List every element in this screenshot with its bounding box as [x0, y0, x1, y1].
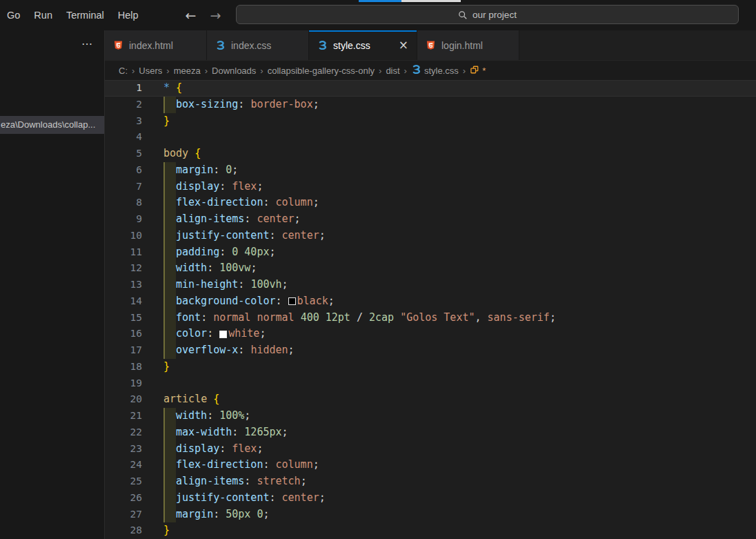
line-number[interactable]: 17 [105, 342, 142, 359]
command-center-search[interactable]: our project [236, 5, 739, 24]
breadcrumb-item[interactable]: dist [386, 66, 399, 76]
code-content: } [163, 359, 170, 375]
line-number[interactable]: 25 [105, 473, 142, 490]
menu-go[interactable]: Go [0, 7, 27, 23]
menu-help[interactable]: Help [111, 7, 146, 23]
navigate-forward-icon[interactable]: → [210, 8, 221, 23]
breadcrumb-item[interactable]: Downloads [212, 66, 256, 76]
code-line[interactable]: 15font: normal normal 400 12pt / 2cap "G… [105, 310, 756, 326]
code-content: body { [163, 146, 201, 162]
token-val: normal normal [213, 310, 294, 326]
token-punct: : [269, 228, 281, 244]
vscode-window: GoRunTerminalHelp ← → our project ⋯ eza\… [0, 0, 756, 539]
code-line[interactable]: 25align-items: stretch; [105, 473, 756, 490]
line-number[interactable]: 14 [105, 293, 142, 310]
code-line[interactable]: 27margin: 50px 0; [105, 507, 756, 523]
code-line[interactable]: 18} [105, 359, 756, 375]
command-center-label: our project [472, 10, 517, 20]
tab-login.html[interactable]: login.html [417, 30, 519, 60]
code-line[interactable]: 12width: 100vw; [105, 260, 756, 277]
line-number[interactable]: 1 [105, 80, 142, 97]
code-line[interactable]: 9align-items: center; [105, 211, 756, 228]
code-line[interactable]: 6margin: 0; [105, 162, 756, 179]
line-number[interactable]: 5 [105, 146, 142, 162]
code-line[interactable]: 19 [105, 375, 756, 392]
line-number[interactable]: 16 [105, 326, 142, 342]
line-number[interactable]: 7 [105, 179, 142, 195]
line-number[interactable]: 18 [105, 359, 142, 375]
line-number[interactable]: 9 [105, 211, 142, 228]
line-number[interactable]: 20 [105, 391, 142, 408]
token-num: 1265px [244, 424, 281, 441]
code-line[interactable]: 22max-width: 1265px; [105, 424, 756, 441]
code-line[interactable]: 2box-sizing: border-box; [105, 97, 756, 113]
breadcrumb-file[interactable]: style.css [411, 64, 459, 77]
code-line[interactable]: 17overflow-x: hidden; [105, 342, 756, 359]
tab-style.css[interactable]: style.css× [309, 30, 417, 60]
code-editor[interactable]: 1* {2box-sizing: border-box;3}45body {6m… [105, 80, 756, 539]
code-content: } [163, 522, 170, 539]
code-line[interactable]: 24flex-direction: column; [105, 457, 756, 473]
code-line[interactable]: 11padding: 0 40px; [105, 244, 756, 261]
breadcrumb-separator-icon: › [379, 66, 381, 76]
line-number[interactable]: 11 [105, 244, 142, 261]
code-content: align-items: center; [163, 211, 301, 228]
code-line[interactable]: 5body { [105, 146, 756, 162]
breadcrumb-symbol[interactable]: * [470, 65, 486, 77]
token-prop: flex-direction [176, 195, 263, 211]
code-line[interactable]: 20article { [105, 391, 756, 408]
menu-terminal[interactable]: Terminal [59, 7, 111, 23]
indent-highlight [163, 179, 176, 195]
code-line[interactable]: 8flex-direction: column; [105, 195, 756, 211]
code-line[interactable]: 14background-color: black; [105, 293, 756, 310]
line-number[interactable]: 15 [105, 310, 142, 326]
code-line[interactable]: 1* { [105, 80, 756, 97]
line-number[interactable]: 26 [105, 490, 142, 507]
token-num: 400 12pt [301, 310, 350, 326]
code-line[interactable]: 13min-height: 100vh; [105, 277, 756, 293]
token-punct: ; [244, 408, 250, 424]
sidebar-item[interactable]: eza\Downloads\collap... [0, 116, 104, 134]
breadcrumb: C:›Users›meeza›Downloads›collapsible-gal… [105, 61, 756, 80]
tab-index.html[interactable]: index.html [105, 30, 207, 60]
code-line[interactable]: 16color: white; [105, 326, 756, 342]
breadcrumb-item[interactable]: meeza [174, 66, 201, 76]
line-number[interactable]: 10 [105, 228, 142, 244]
top-strip-blue [359, 0, 401, 2]
line-number[interactable]: 2 [105, 97, 142, 113]
line-number[interactable]: 8 [105, 195, 142, 211]
code-content: width: 100%; [163, 408, 250, 424]
line-number[interactable]: 12 [105, 260, 142, 277]
token-val: white [228, 326, 259, 342]
code-line[interactable]: 26justify-content: center; [105, 490, 756, 507]
breadcrumb-item[interactable]: C: [119, 66, 128, 76]
navigate-back-icon[interactable]: ← [186, 8, 197, 23]
line-number[interactable]: 6 [105, 162, 142, 179]
menu-run[interactable]: Run [27, 7, 59, 23]
more-actions-button[interactable]: ⋯ [81, 37, 93, 50]
line-number[interactable]: 19 [105, 375, 142, 392]
code-line[interactable]: 28} [105, 522, 756, 539]
code-line[interactable]: 4 [105, 129, 756, 146]
token-punct: ; [313, 97, 319, 113]
line-number[interactable]: 4 [105, 129, 142, 146]
line-number[interactable]: 28 [105, 522, 142, 539]
line-number[interactable]: 13 [105, 277, 142, 293]
tab-index.css[interactable]: index.css [207, 30, 309, 60]
line-number[interactable]: 22 [105, 424, 142, 441]
code-line[interactable]: 23display: flex; [105, 441, 756, 458]
breadcrumb-item[interactable]: Users [139, 66, 162, 76]
line-number[interactable]: 27 [105, 507, 142, 523]
line-number[interactable]: 21 [105, 408, 142, 424]
code-line[interactable]: 3} [105, 113, 756, 130]
line-number[interactable]: 24 [105, 457, 142, 473]
close-tab-icon[interactable]: × [399, 39, 408, 51]
breadcrumb-item[interactable]: collapsible-gallery-css-only [268, 66, 375, 76]
code-line[interactable]: 21width: 100%; [105, 408, 756, 424]
code-content: max-width: 1265px; [163, 424, 288, 441]
code-line[interactable]: 7display: flex; [105, 179, 756, 195]
line-number[interactable]: 23 [105, 441, 142, 458]
line-number[interactable]: 3 [105, 113, 142, 130]
code-line[interactable]: 10justify-content: center; [105, 228, 756, 244]
token-punct: ; [319, 490, 326, 507]
